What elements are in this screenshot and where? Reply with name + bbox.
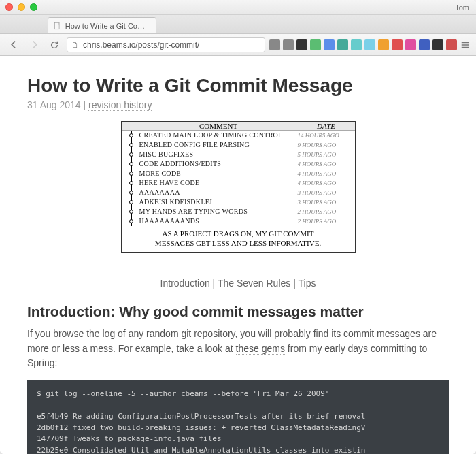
browser-window: Tom How to Write a Git Commit × 🗋 chris.… [0, 0, 476, 454]
article: How to Write a Git Commit Message 31 Aug… [0, 56, 476, 454]
comic-row: ENABLED CONFIG FILE PARSING9 HOURS AGO [122, 140, 355, 150]
page-title: How to Write a Git Commit Message [27, 75, 449, 97]
revision-history-link[interactable]: revision history [88, 99, 152, 111]
arrow-left-icon [10, 40, 18, 49]
page-icon [54, 22, 61, 30]
comic-col-date: DATE [298, 122, 355, 130]
extension-icon[interactable] [337, 39, 348, 50]
post-date: 31 Aug 2014 [27, 99, 81, 110]
extension-icon[interactable] [405, 39, 416, 50]
comic-col-comment: COMMENT [139, 122, 298, 130]
commit-dot-icon [129, 162, 133, 166]
commit-comment: AAAAAAAA [139, 188, 298, 197]
commit-comment: CODE ADDITIONS/EDITS [139, 159, 298, 169]
commit-dot-icon [129, 181, 133, 185]
commit-date: 2 HOURS AGO [298, 216, 355, 226]
commit-date: 4 HOURS AGO [298, 159, 355, 169]
commit-date: 14 HOURS AGO [298, 131, 355, 140]
toolbar: 🗋 chris.beams.io/posts/git-commit/ [0, 34, 476, 56]
close-window-button[interactable] [5, 3, 13, 11]
commit-date: 9 HOURS AGO [298, 140, 355, 150]
comic-row: AAAAAAAA3 HOURS AGO [122, 188, 355, 197]
reload-icon [50, 40, 59, 50]
commit-dot-icon [129, 172, 133, 176]
commit-comment: ADKFJSLKDFJSDKLFJ [139, 197, 298, 207]
extension-icon[interactable] [324, 39, 335, 50]
extension-icon[interactable] [296, 39, 307, 50]
commit-dot-icon [129, 191, 133, 195]
commit-date: 3 HOURS AGO [298, 188, 355, 197]
commit-date: 3 HOURS AGO [298, 197, 355, 207]
extension-icon[interactable] [310, 39, 321, 50]
commit-comment: CREATED MAIN LOOP & TIMING CONTROL [139, 131, 298, 140]
tab-strip: How to Write a Git Commit × [0, 15, 476, 34]
commit-comment: MORE CODE [139, 169, 298, 178]
comic-row: HERE HAVE CODE4 HOURS AGO [122, 178, 355, 188]
url-text: chris.beams.io/posts/git-commit/ [83, 40, 199, 50]
commit-comment: ENABLED CONFIG FILE PARSING [139, 140, 298, 150]
site-info-icon[interactable]: 🗋 [71, 41, 79, 49]
post-meta: 31 Aug 2014 | revision history [27, 99, 449, 110]
arrow-right-icon [30, 40, 39, 49]
comic-row: MISC BUGFIXES5 HOURS AGO [122, 150, 355, 159]
reload-button[interactable] [46, 37, 63, 52]
commit-date: 5 HOURS AGO [298, 150, 355, 159]
toc-link-intro[interactable]: Introduction [160, 278, 210, 289]
intro-paragraph: If you browse the log of any random git … [27, 327, 449, 371]
extension-icon[interactable] [378, 39, 389, 50]
table-of-contents: Introduction | The Seven Rules | Tips [27, 278, 449, 289]
comic-row: CREATED MAIN LOOP & TIMING CONTROL14 HOU… [122, 131, 355, 140]
commit-comment: MY HANDS ARE TYPING WORDS [139, 207, 298, 216]
extension-area [269, 39, 471, 50]
comic-row: MORE CODE4 HOURS AGO [122, 169, 355, 178]
comic-row: CODE ADDITIONS/EDITS4 HOURS AGO [122, 159, 355, 169]
page-content: How to Write a Git Commit Message 31 Aug… [0, 56, 476, 454]
commit-comment: HERE HAVE CODE [139, 178, 298, 188]
browser-tab[interactable]: How to Write a Git Commit × [48, 17, 156, 33]
comic-caption: AS A PROJECT DRAGS ON, MY GIT COMMIT MES… [122, 226, 355, 252]
extension-icon[interactable] [283, 39, 294, 50]
commit-date: 2 HOURS AGO [298, 207, 355, 216]
extension-icon[interactable] [392, 39, 403, 50]
commit-comment: HAAAAAAAANDS [139, 216, 298, 226]
extension-icon[interactable] [419, 39, 430, 50]
commit-dot-icon [129, 200, 133, 204]
profile-label[interactable]: Tom [455, 3, 469, 12]
commit-dot-icon [129, 210, 133, 214]
forward-button[interactable] [26, 37, 42, 52]
these-gems-link[interactable]: these gems [236, 343, 285, 355]
commit-date: 4 HOURS AGO [298, 169, 355, 178]
xkcd-comic: COMMENT DATE CREATED MAIN LOOP & TIMING … [121, 121, 356, 253]
menu-button[interactable] [460, 39, 471, 50]
comic-row: ADKFJSLKDFJSDKLFJ3 HOURS AGO [122, 197, 355, 207]
titlebar: Tom [0, 0, 476, 15]
window-controls [5, 3, 37, 11]
comic-row: HAAAAAAAANDS2 HOURS AGO [122, 216, 355, 226]
extension-icon[interactable] [432, 39, 443, 50]
toc-link-seven-rules[interactable]: The Seven Rules [218, 278, 290, 289]
git-log-codeblock: $ git log --oneline -5 --author cbeams -… [27, 380, 449, 454]
tab-title: How to Write a Git Commit × [65, 22, 150, 30]
intro-heading: Introduction: Why good commit messages m… [27, 304, 449, 320]
divider [27, 265, 449, 265]
commit-dot-icon [129, 133, 133, 137]
zoom-window-button[interactable] [30, 3, 37, 11]
extension-icon[interactable] [269, 39, 280, 50]
back-button[interactable] [5, 37, 22, 52]
address-bar[interactable]: 🗋 chris.beams.io/posts/git-commit/ [67, 37, 265, 52]
extension-icon[interactable] [446, 39, 457, 50]
toc-link-tips[interactable]: Tips [298, 278, 316, 289]
extension-icon[interactable] [364, 39, 375, 50]
minimize-window-button[interactable] [18, 3, 25, 11]
commit-date: 4 HOURS AGO [298, 178, 355, 188]
comic-header: COMMENT DATE [122, 122, 355, 131]
commit-dot-icon [129, 219, 133, 223]
comic-row: MY HANDS ARE TYPING WORDS2 HOURS AGO [122, 207, 355, 216]
extension-icon[interactable] [351, 39, 362, 50]
commit-comment: MISC BUGFIXES [139, 150, 298, 159]
commit-dot-icon [129, 143, 133, 147]
commit-dot-icon [129, 152, 133, 157]
hamburger-icon [460, 40, 470, 50]
